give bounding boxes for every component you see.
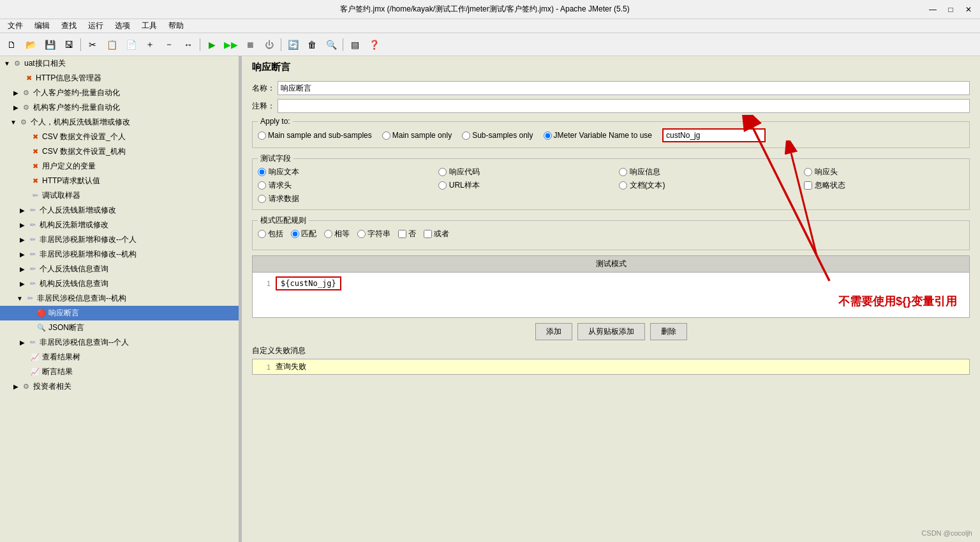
toggle-icon[interactable]: ▶ (18, 266, 27, 273)
tree-item-foreign-tax-query-personal[interactable]: ▶ ✏ 非居民涉税信息查询--个人 (0, 335, 239, 350)
toolbar-start-no-pause[interactable]: ▶▶ (222, 36, 240, 54)
tree-item-foreign-tax-personal[interactable]: ▶ ✏ 非居民涉税新增和修改--个人 (0, 232, 239, 247)
rf-url-sample-input[interactable] (438, 181, 447, 190)
toolbar-start[interactable]: ▶ (203, 36, 221, 54)
pr-contains[interactable]: 包括 (258, 229, 283, 239)
toolbar-clear[interactable]: 🔄 (284, 36, 302, 54)
toolbar-stop[interactable]: ⏹ (241, 36, 259, 54)
pr-substring[interactable]: 字符串 (357, 229, 390, 239)
tree-item-aml-query-personal[interactable]: ▶ ✏ 个人反洗钱信息查询 (0, 262, 239, 276)
toolbar-clear-all[interactable]: 🗑 (303, 36, 321, 54)
menu-tools[interactable]: 工具 (137, 19, 162, 33)
toggle-icon[interactable]: ▼ (9, 119, 18, 126)
pr-equals[interactable]: 相等 (324, 229, 350, 239)
rf-response-text-input[interactable] (258, 168, 266, 176)
toolbar-copy[interactable]: 📋 (103, 36, 121, 54)
cb-or[interactable] (424, 230, 432, 238)
toolbar-save2[interactable]: 🖫 (60, 36, 78, 54)
toolbar-save[interactable]: 💾 (41, 36, 59, 54)
toolbar-paste[interactable]: 📄 (122, 36, 140, 54)
toolbar-expand[interactable]: ↔ (179, 36, 197, 54)
paste-add-button[interactable]: 从剪贴板添加 (577, 323, 645, 340)
tree-item-response-assertion[interactable]: 🔴 响应断言 (0, 306, 239, 320)
tree-item-foreign-tax-query-org[interactable]: ▼ ✏ 非居民涉税信息查询--机构 (0, 291, 239, 306)
tree-panel[interactable]: ▼ ⚙ uat接口相关 ✖ HTTP信息头管理器 ▶ ⚙ 个人客户签约-批量自动… (0, 56, 239, 542)
toolbar-new[interactable]: 🗋 (3, 36, 20, 54)
toolbar-help[interactable]: ❓ (365, 36, 383, 54)
tf-request-header[interactable]: 请求头 (258, 180, 418, 191)
tree-item-aml-personal[interactable]: ▶ ✏ 个人反洗钱新增或修改 (0, 203, 239, 218)
menu-find[interactable]: 查找 (56, 19, 82, 33)
radio-sub-only-input[interactable] (462, 132, 470, 140)
toolbar-shutdown[interactable]: ⏻ (260, 36, 278, 54)
toolbar-remove[interactable]: － (160, 36, 178, 54)
name-input[interactable] (278, 81, 970, 95)
tree-item-http-default[interactable]: ✖ HTTP请求默认值 (0, 174, 239, 188)
tree-item-csv-personal[interactable]: ✖ CSV 数据文件设置_个人 (0, 130, 239, 144)
menu-edit[interactable]: 编辑 (29, 19, 55, 33)
rf-request-header-input[interactable] (258, 181, 266, 190)
delete-button[interactable]: 删除 (650, 323, 687, 340)
menu-options[interactable]: 选项 (110, 19, 135, 33)
add-button[interactable]: 添加 (535, 323, 572, 340)
tree-item-debug-sampler[interactable]: ✏ 调试取样器 (0, 188, 239, 203)
radio-main-only-input[interactable] (382, 132, 390, 140)
radio-main-sub-input[interactable] (258, 132, 266, 140)
toggle-icon[interactable]: ▶ (11, 104, 20, 111)
toggle-icon[interactable]: ▶ (18, 251, 27, 258)
tf-request-data[interactable]: 请求数据 (258, 193, 418, 204)
tree-item-assertion-results[interactable]: 📈 断言结果 (0, 365, 239, 379)
tree-item-foreign-tax-org[interactable]: ▶ ✏ 非居民涉税新增和修改--机构 (0, 247, 239, 262)
tree-item-http-header[interactable]: ✖ HTTP信息头管理器 (0, 71, 239, 86)
toggle-icon[interactable]: ▶ (18, 339, 27, 346)
rf-request-data-input[interactable] (258, 195, 266, 203)
tree-item-csv-org[interactable]: ✖ CSV 数据文件设置_机构 (0, 144, 239, 159)
toggle-icon[interactable]: ▼ (15, 295, 24, 302)
maximize-button[interactable]: □ (944, 3, 957, 16)
toggle-icon[interactable]: ▼ (3, 60, 11, 67)
rf-response-code-input[interactable] (438, 168, 447, 176)
radio-main-only[interactable]: Main sample only (382, 131, 452, 140)
pr-match-input[interactable] (291, 230, 299, 238)
toggle-icon[interactable]: ▶ (18, 280, 27, 287)
tree-item-user-var[interactable]: ✖ 用户定义的变量 (0, 159, 239, 174)
tree-item-aml-org[interactable]: ▶ ✏ 机构反洗新增或修改 (0, 218, 239, 232)
tree-item-personal-batch[interactable]: ▶ ⚙ 个人客户签约-批量自动化 (0, 86, 239, 100)
rf-doc-text-input[interactable] (619, 181, 627, 190)
toolbar-table[interactable]: ▤ (346, 36, 364, 54)
cb-not[interactable] (398, 230, 406, 238)
pr-not[interactable]: 否 (398, 229, 416, 239)
radio-sub-only[interactable]: Sub-samples only (462, 131, 533, 140)
tree-item-org-batch[interactable]: ▶ ⚙ 机构客户签约-批量自动化 (0, 100, 239, 115)
toolbar-search[interactable]: 🔍 (322, 36, 340, 54)
minimize-button[interactable]: — (926, 3, 939, 16)
toggle-icon[interactable]: ▶ (18, 236, 27, 243)
menu-help[interactable]: 帮助 (163, 19, 189, 33)
radio-jmeter-var-input[interactable] (544, 132, 552, 140)
radio-main-sub[interactable]: Main sample and sub-samples (258, 131, 372, 140)
radio-jmeter-var[interactable]: JMeter Variable Name to use (544, 131, 653, 140)
toolbar-add[interactable]: ＋ (141, 36, 159, 54)
comment-input[interactable] (278, 99, 970, 113)
tree-item-view-results[interactable]: 📈 查看结果树 (0, 350, 239, 365)
menu-run[interactable]: 运行 (83, 19, 108, 33)
tf-url-sample[interactable]: URL样本 (438, 180, 598, 191)
pr-or[interactable]: 或者 (424, 229, 449, 239)
tf-response-text[interactable]: 响应文本 (258, 167, 418, 177)
pr-contains-input[interactable] (258, 230, 266, 238)
toggle-icon[interactable]: ▶ (11, 89, 20, 96)
tree-item-uat[interactable]: ▼ ⚙ uat接口相关 (0, 56, 239, 71)
tree-item-aml-query-org[interactable]: ▶ ✏ 机构反洗钱信息查询 (0, 276, 239, 291)
toolbar-cut[interactable]: ✂ (84, 36, 101, 54)
pr-substring-input[interactable] (357, 230, 366, 238)
tree-item-aml-personal-org[interactable]: ▼ ⚙ 个人，机构反洗钱新增或修改 (0, 115, 239, 130)
toolbar-open[interactable]: 📂 (22, 36, 40, 54)
pr-match[interactable]: 匹配 (291, 229, 316, 239)
tf-response-code[interactable]: 响应代码 (438, 167, 598, 177)
tree-item-json-assertion[interactable]: 🔍 JSON断言 (0, 320, 239, 335)
toggle-icon[interactable]: ▶ (18, 222, 27, 229)
close-button[interactable]: ✕ (962, 3, 975, 16)
tree-item-investors[interactable]: ▶ ⚙ 投资者相关 (0, 379, 239, 394)
rf-response-info-input[interactable] (619, 168, 627, 176)
toggle-icon[interactable]: ▶ (11, 383, 20, 390)
